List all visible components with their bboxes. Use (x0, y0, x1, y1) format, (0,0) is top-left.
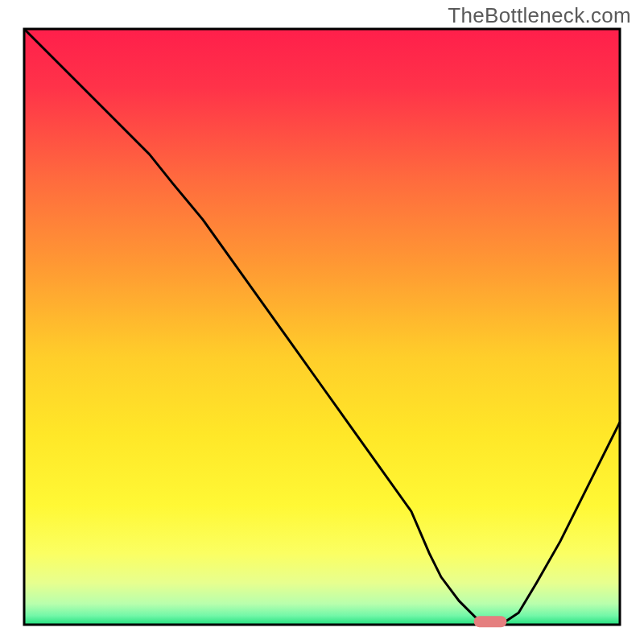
plot-area-group (24, 29, 620, 627)
optimal-range-marker (474, 616, 507, 627)
bottleneck-chart (0, 0, 644, 644)
watermark-text: TheBottleneck.com (448, 3, 631, 28)
chart-container: TheBottleneck.com (0, 0, 644, 644)
